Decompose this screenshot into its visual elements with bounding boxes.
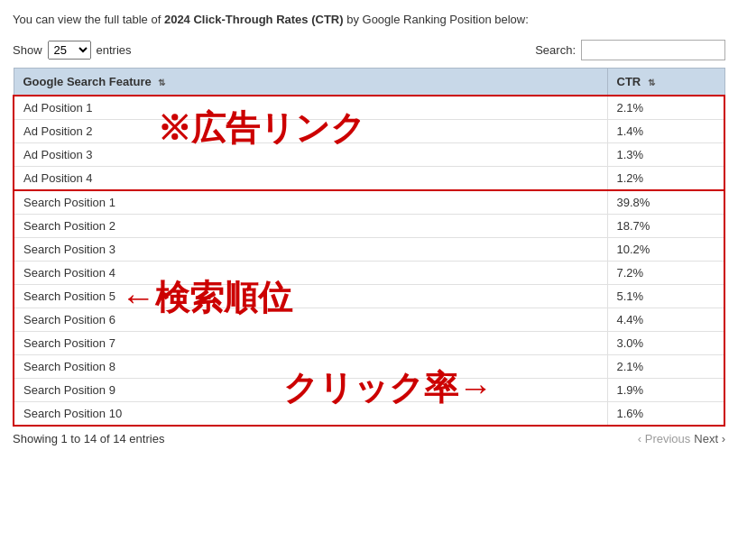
ctr-cell: 39.8% [607,190,724,215]
table-row: Search Position 310.2% [14,237,724,261]
ctr-cell: 10.2% [607,237,724,261]
ctr-cell: 18.7% [607,214,724,237]
entries-select[interactable]: 10 25 50 100 [48,41,91,60]
pagination: ‹ Previous Next › [638,432,725,445]
intro-text-before: You can view the full table of [13,13,164,26]
ctr-cell: 1.6% [607,401,724,426]
feature-cell: Search Position 4 [14,261,607,284]
feature-cell: Ad Position 2 [14,119,607,142]
feature-cell: Ad Position 4 [14,166,607,190]
ctr-cell: 1.9% [607,378,724,401]
feature-cell: Search Position 9 [14,378,607,401]
ctr-cell: 2.1% [607,96,724,120]
feature-cell: Search Position 2 [14,214,607,237]
prev-button[interactable]: ‹ Previous [638,432,691,445]
feature-cell: Ad Position 3 [14,142,607,166]
ctr-cell: 3.0% [607,331,724,354]
feature-cell: Search Position 8 [14,354,607,378]
ctr-cell: 2.1% [607,354,724,378]
ctr-cell: 7.2% [607,261,724,284]
table-controls: Show 10 25 50 100 entries Search: [13,40,725,60]
ctr-cell: 1.3% [607,142,724,166]
feature-cell: Ad Position 1 [14,96,607,120]
feature-cell: Search Position 7 [14,331,607,354]
table-row: Ad Position 41.2% [14,166,724,190]
ctr-cell: 5.1% [607,284,724,308]
table-row: Search Position 101.6% [14,401,724,426]
ctr-table: Google Search Feature ⇅ CTR ⇅ Ad Positio… [13,68,725,427]
search-box: Search: [535,40,725,60]
col-feature-header[interactable]: Google Search Feature ⇅ [14,68,607,96]
intro-text-after: by Google Ranking Position below: [344,13,529,26]
table-row: Search Position 82.1% [14,354,724,378]
table-row: Search Position 91.9% [14,378,724,401]
table-body: Ad Position 12.1%Ad Position 21.4%Ad Pos… [14,96,724,426]
table-row: Search Position 55.1% [14,284,724,308]
table-footer: Showing 1 to 14 of 14 entries ‹ Previous… [13,432,725,445]
table-row: Search Position 64.4% [14,308,724,331]
col1-sort-icon[interactable]: ⇅ [158,78,165,87]
entries-label: entries [97,43,132,57]
table-row: Ad Position 12.1% [14,96,724,120]
ctr-cell: 4.4% [607,308,724,331]
table-header-row: Google Search Feature ⇅ CTR ⇅ [14,68,724,96]
table-wrapper: Google Search Feature ⇅ CTR ⇅ Ad Positio… [13,68,725,427]
search-label: Search: [535,43,576,57]
table-row: Search Position 47.2% [14,261,724,284]
showing-text: Showing 1 to 14 of 14 entries [13,432,164,445]
feature-cell: Search Position 5 [14,284,607,308]
intro-bold: 2024 Click-Through Rates (CTR) [164,13,344,26]
show-entries-control: Show 10 25 50 100 entries [13,41,132,60]
feature-cell: Search Position 10 [14,401,607,426]
search-input[interactable] [581,40,725,60]
show-label: Show [13,43,42,57]
feature-cell: Search Position 6 [14,308,607,331]
feature-cell: Search Position 1 [14,190,607,215]
col2-sort-icon[interactable]: ⇅ [648,78,655,87]
col-ctr-header[interactable]: CTR ⇅ [607,68,724,96]
table-row: Search Position 218.7% [14,214,724,237]
table-row: Search Position 73.0% [14,331,724,354]
intro-paragraph: You can view the full table of 2024 Clic… [13,11,725,29]
table-row: Search Position 139.8% [14,190,724,215]
next-button[interactable]: Next › [694,432,725,445]
table-row: Ad Position 21.4% [14,119,724,142]
ctr-cell: 1.4% [607,119,724,142]
ctr-cell: 1.2% [607,166,724,190]
table-row: Ad Position 31.3% [14,142,724,166]
feature-cell: Search Position 3 [14,237,607,261]
